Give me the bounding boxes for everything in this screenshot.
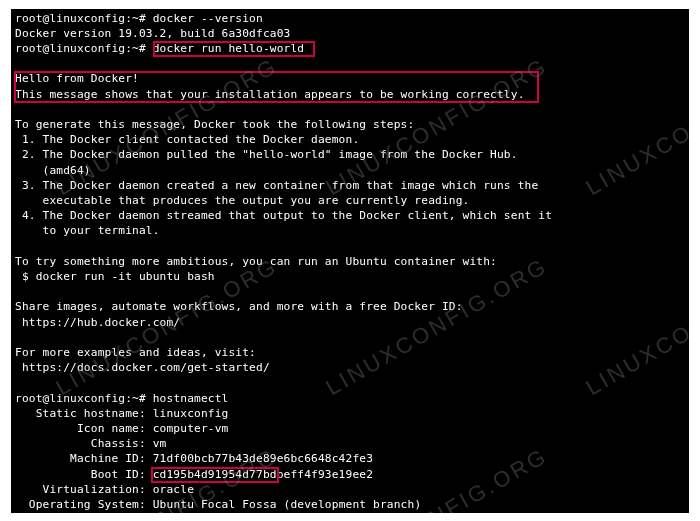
hostnamectl-chassis: Chassis: vm <box>15 436 685 451</box>
try-command: $ docker run -it ubuntu bash <box>15 269 685 284</box>
hello-message: This message shows that your installatio… <box>15 87 685 102</box>
hostnamectl-os-label: Operating System: <box>15 498 153 511</box>
blank-line <box>15 239 685 254</box>
hostnamectl-virtualization: Virtualization: oracle <box>15 482 685 497</box>
blank-line <box>15 102 685 117</box>
hostnamectl-boot-id: Boot ID: cd195b4d91954d77bdbeff4f93e19ee… <box>15 467 685 482</box>
hello-header: Hello from Docker! <box>15 71 685 86</box>
screenshot-frame: root@linuxconfig:~# docker --version Doc… <box>0 0 700 521</box>
shell-prompt: root@linuxconfig:~# <box>15 12 146 25</box>
shell-prompt: root@linuxconfig:~# <box>15 42 146 55</box>
try-intro: To try something more ambitious, you can… <box>15 254 685 269</box>
prompt-line-run: root@linuxconfig:~# docker run hello-wor… <box>15 41 685 56</box>
step-3a: 3. The Docker daemon created a new conta… <box>15 178 685 193</box>
prompt-line-hostnamectl: root@linuxconfig:~# hostnamectl <box>15 391 685 406</box>
step-1: 1. The Docker client contacted the Docke… <box>15 132 685 147</box>
command-docker-version: docker --version <box>153 12 263 25</box>
blank-line <box>15 330 685 345</box>
step-2b: (amd64) <box>15 163 685 178</box>
output-docker-version: Docker version 19.03.2, build 6a30dfca03 <box>15 26 685 41</box>
hostnamectl-machine-id: Machine ID: 71df00bcb77b43de89e6bc6648c4… <box>15 451 685 466</box>
prompt-line-version: root@linuxconfig:~# docker --version <box>15 11 685 26</box>
hostnamectl-icon: Icon name: computer-vm <box>15 421 685 436</box>
more-line: For more examples and ideas, visit: <box>15 345 685 360</box>
shell-prompt: root@linuxconfig:~# <box>15 392 146 405</box>
hostnamectl-os-suffix: (development branch) <box>277 498 422 511</box>
step-4a: 4. The Docker daemon streamed that outpu… <box>15 208 685 223</box>
step-3b: executable that produces the output you … <box>15 193 685 208</box>
blank-line <box>15 375 685 390</box>
step-4b: to your terminal. <box>15 223 685 238</box>
share-url: https://hub.docker.com/ <box>15 315 685 330</box>
hostnamectl-os-value: Ubuntu Focal Fossa <box>153 498 277 511</box>
blank-line <box>15 284 685 299</box>
more-url: https://docs.docker.com/get-started/ <box>15 360 685 375</box>
command-hostnamectl: hostnamectl <box>153 392 229 405</box>
steps-intro: To generate this message, Docker took th… <box>15 117 685 132</box>
hostnamectl-static: Static hostname: linuxconfig <box>15 406 685 421</box>
terminal-window[interactable]: root@linuxconfig:~# docker --version Doc… <box>11 9 689 513</box>
hostnamectl-os: Operating System: Ubuntu Focal Fossa (de… <box>15 497 685 512</box>
blank-line <box>15 56 685 71</box>
step-2a: 2. The Docker daemon pulled the "hello-w… <box>15 147 685 162</box>
share-line: Share images, automate workflows, and mo… <box>15 299 685 314</box>
command-docker-run: docker run hello-world <box>153 42 304 55</box>
